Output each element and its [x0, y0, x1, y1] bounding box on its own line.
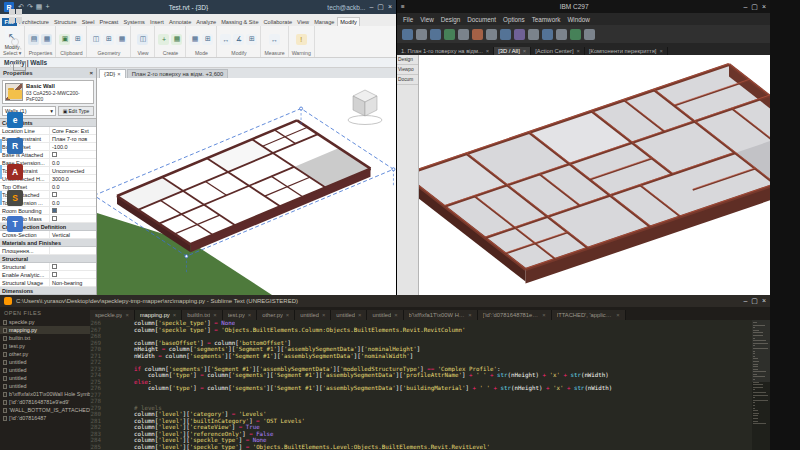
editor-tab[interactable]: other.py× — [257, 310, 295, 320]
close-tab-icon[interactable]: × — [394, 312, 397, 318]
toolbar-icon[interactable] — [416, 29, 427, 40]
sublime-text-icon[interactable]: S — [3, 186, 27, 210]
menu-options[interactable]: Options — [503, 16, 525, 23]
maximize-icon[interactable]: ▢ — [751, 297, 758, 305]
edit-type-button[interactable]: ▣ Edit Type — [58, 106, 94, 116]
property-row[interactable]: Structural UsageNon-bearing — [0, 279, 96, 287]
ribbon-tab-steel[interactable]: Steel — [79, 18, 97, 26]
open-file-item[interactable]: other.py — [0, 350, 90, 358]
allplan-icon[interactable]: A — [3, 160, 27, 184]
ribbon-tab-analyze[interactable]: Analyze — [194, 18, 219, 26]
close-tab-icon[interactable]: × — [358, 312, 361, 318]
drawing-tab[interactable]: 1. План 1-го поверху на відм...× — [397, 47, 494, 55]
autodesk-account[interactable]: tech@ackb... — [327, 4, 365, 11]
drawing-tab[interactable]: [Компоненти перекриття]× — [585, 47, 668, 55]
close-tab-icon[interactable]: × — [659, 48, 662, 54]
ribbon-tool-icon[interactable]: ▤ — [28, 34, 39, 45]
ribbon-tool-icon[interactable]: ⊞ — [72, 34, 83, 45]
toolbar-icon[interactable] — [444, 29, 455, 40]
ribbon-tab-systems[interactable]: Systems — [121, 18, 147, 26]
toolbar-icon[interactable] — [542, 29, 553, 40]
editor-tab[interactable]: ITTACHED', 'applicationId':'Unt× — [552, 310, 626, 320]
open-file-item[interactable]: builtin.txt — [0, 334, 90, 342]
toolbar-icon[interactable] — [472, 29, 483, 40]
minimize-icon[interactable]: – — [369, 3, 373, 11]
toolbar-icon[interactable] — [556, 29, 567, 40]
open-file-item[interactable]: untitled — [0, 382, 90, 390]
search-icon[interactable] — [3, 30, 27, 54]
menu-design[interactable]: Design — [441, 16, 461, 23]
ribbon-tool-icon[interactable]: ▦ — [41, 34, 52, 45]
menu-teamwork[interactable]: Teamwork — [532, 16, 561, 23]
close-tab-icon[interactable]: × — [213, 312, 216, 318]
ribbon-tool-icon[interactable]: ⊞ — [202, 34, 213, 45]
ribbon-tool-icon[interactable]: ◫ — [90, 34, 101, 45]
close-tab-icon[interactable]: × — [486, 48, 489, 54]
maximize-icon[interactable]: ▢ — [377, 3, 384, 11]
ribbon-tab-manage[interactable]: Manage — [312, 18, 337, 26]
menu-file[interactable]: File — [403, 16, 413, 23]
open-file-item[interactable]: speckle.py — [0, 318, 90, 326]
allplan-drawing-area[interactable] — [419, 55, 770, 295]
checkbox[interactable] — [52, 192, 57, 197]
ribbon-tool-icon[interactable]: ⊞ — [103, 34, 114, 45]
close-tab-icon[interactable]: × — [322, 312, 325, 318]
open-file-item[interactable]: ['id':'d0781648781e9'ed9' — [0, 398, 90, 406]
editor-tab[interactable]: test.py× — [223, 310, 257, 320]
quick-access-icon[interactable]: + — [45, 3, 49, 11]
file-explorer-icon[interactable] — [3, 82, 27, 106]
task-view-icon[interactable] — [3, 56, 27, 80]
menu-view[interactable]: View — [420, 16, 434, 23]
toolbar-icon[interactable] — [486, 29, 497, 40]
minimize-icon[interactable]: – — [743, 3, 747, 11]
palette-tab[interactable]: Design — [397, 55, 418, 65]
ribbon-tool-icon[interactable]: + — [158, 34, 169, 45]
open-file-item[interactable]: b'\xff\xfa\x01T\x00Wall Hole Symbo — [0, 390, 90, 398]
ribbon-tab-structure[interactable]: Structure — [52, 18, 80, 26]
toolbar-icon[interactable] — [500, 29, 511, 40]
ribbon-tab-view[interactable]: View — [295, 18, 312, 26]
ribbon-tool-icon[interactable]: ▦ — [116, 34, 127, 45]
drawing-tab[interactable]: [Action Center]× — [531, 47, 585, 55]
quick-access-icon[interactable]: ↷ — [27, 3, 33, 11]
ribbon-tab-annotate[interactable]: Annotate — [166, 18, 193, 26]
menu-document[interactable]: Document — [467, 16, 496, 23]
close-tab-icon[interactable]: × — [286, 312, 289, 318]
ribbon-tab-insert[interactable]: Insert — [147, 18, 166, 26]
start-icon[interactable] — [3, 4, 27, 28]
editor-tab[interactable]: untitled× — [331, 310, 367, 320]
editor-tab[interactable]: speckle.py× — [90, 310, 135, 320]
view-tab[interactable]: План 2-го поверху на відм. +3,600 — [127, 69, 229, 78]
checkbox[interactable] — [52, 272, 57, 277]
editor-tab[interactable]: mapping.py× — [135, 310, 182, 320]
open-file-item[interactable]: test.py — [0, 342, 90, 350]
ribbon-tool-icon[interactable]: ▦ — [189, 34, 200, 45]
ribbon-tool-icon[interactable]: ↔ — [269, 34, 280, 45]
close-icon[interactable]: × — [762, 297, 766, 305]
revit-drawing-area[interactable] — [97, 78, 396, 295]
ribbon-tool-icon[interactable]: ◫ — [137, 34, 148, 45]
checkbox[interactable] — [52, 152, 57, 157]
close-icon[interactable]: × — [762, 3, 766, 11]
close-tab-icon[interactable]: × — [468, 312, 471, 318]
close-tab-icon[interactable]: × — [616, 312, 619, 318]
close-palette-icon[interactable]: × — [89, 70, 93, 76]
open-file-item[interactable]: mapping.py — [0, 326, 90, 334]
editor-tab[interactable]: builtIn.txt× — [182, 310, 223, 320]
chat-icon[interactable]: T — [3, 212, 27, 236]
toolbar-icon[interactable] — [458, 29, 469, 40]
ribbon-tool-icon[interactable]: ▣ — [59, 34, 70, 45]
editor-tab[interactable]: ['id':'d0781648781e9'ed9':'speckl× — [478, 310, 552, 320]
close-tab-icon[interactable]: × — [248, 312, 251, 318]
edge-browser-icon[interactable]: e — [3, 108, 27, 132]
palette-tab[interactable]: Docum — [397, 75, 418, 85]
property-row[interactable]: Enable Analytic... — [0, 271, 96, 279]
ribbon-tab-massing-site[interactable]: Massing & Site — [219, 18, 261, 26]
code-line[interactable]: 285 column['level']['speckle_type'] = 'O… — [90, 444, 750, 450]
checkbox[interactable] — [52, 264, 57, 269]
open-file-item[interactable]: untitled — [0, 374, 90, 382]
view-tab[interactable]: {3D}× — [99, 69, 126, 78]
ribbon-tab-modify[interactable]: Modify — [337, 17, 360, 26]
toolbar-icon[interactable] — [584, 29, 595, 40]
ribbon-tab-precast[interactable]: Precast — [97, 18, 121, 26]
